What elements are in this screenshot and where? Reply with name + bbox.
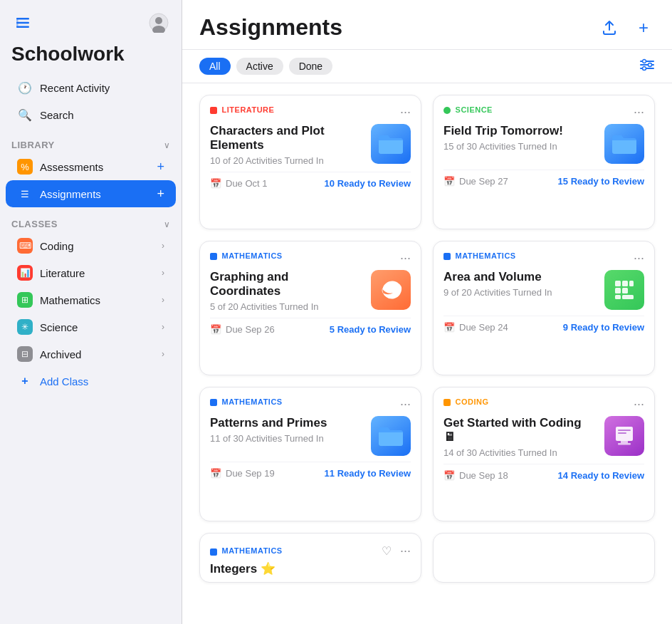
- svg-rect-28: [618, 443, 631, 445]
- assignment-card-graphing[interactable]: MATHEMATICS ··· Graphing and Coordinates…: [199, 241, 421, 375]
- sidebar-item-coding[interactable]: ⌨ Coding ›: [6, 232, 176, 259]
- card-class-label: MATHEMATICS: [210, 397, 283, 406]
- card-footer: 📅 Due Sep 18 14 Ready to Review: [443, 464, 644, 481]
- sidebar-item-assignments[interactable]: ☰ Assignments +: [6, 180, 176, 207]
- svg-rect-15: [210, 253, 217, 260]
- card-more-icon[interactable]: ···: [400, 397, 411, 410]
- sidebar-label-archived: Archived: [40, 348, 154, 360]
- recent-activity-icon: 🕐: [17, 80, 33, 95]
- assignments-add-icon[interactable]: +: [157, 187, 164, 202]
- svg-rect-19: [629, 281, 634, 286]
- assignment-card-field-trip[interactable]: SCIENCE ··· Field Trip Tomorrow! 15 of 3…: [433, 95, 655, 229]
- card-ready-count: 5 Ready to Review: [330, 324, 411, 335]
- sidebar-item-search[interactable]: 🔍 Search: [6, 101, 176, 128]
- calendar-icon: 📅: [210, 468, 221, 479]
- classes-section-header: Classes ∨: [0, 207, 182, 232]
- svg-point-5: [155, 17, 162, 24]
- sidebar-label-assignments: Assignments: [40, 188, 149, 200]
- sidebar-item-assessments[interactable]: % Assessments +: [6, 153, 176, 180]
- card-due-date: 📅 Due Sep 19: [210, 468, 275, 479]
- sidebar-item-literature[interactable]: 📊 Literature ›: [6, 259, 176, 286]
- svg-rect-13: [210, 107, 217, 114]
- card-app-icon: [604, 416, 644, 456]
- main-content: Assignments + All Active Done: [182, 0, 672, 624]
- card-due-date: 📅 Due Sep 26: [210, 324, 275, 335]
- calendar-icon: 📅: [443, 322, 455, 333]
- card-ready-count: 10 Ready to Review: [325, 178, 411, 189]
- assignment-card-area-volume[interactable]: MATHEMATICS ··· Area and Volume 9 of 20 …: [433, 241, 655, 375]
- card-more-icon[interactable]: ···: [400, 251, 411, 264]
- card-title: Characters and Plot Elements: [210, 124, 362, 152]
- sidebar-toggle-icon[interactable]: [11, 11, 34, 34]
- card-ready-count: 14 Ready to Review: [558, 470, 644, 481]
- svg-point-12: [643, 67, 646, 71]
- add-assignment-button[interactable]: +: [632, 16, 655, 39]
- calendar-icon: 📅: [443, 470, 455, 481]
- svg-point-14: [443, 107, 451, 114]
- svg-rect-22: [615, 295, 621, 299]
- sidebar-item-science[interactable]: ✳ Science ›: [6, 313, 176, 340]
- mathematics-class-icon: ⊞: [17, 292, 33, 308]
- assignment-card-patterns-primes[interactable]: MATHEMATICS ··· Patterns and Primes 11 o…: [199, 387, 421, 521]
- sidebar-label-recent-activity: Recent Activity: [40, 82, 164, 94]
- sidebar-label-literature: Literature: [40, 267, 154, 279]
- svg-rect-1: [16, 22, 29, 24]
- sidebar-item-archived[interactable]: ⊟ Archived ›: [6, 340, 176, 368]
- card-footer: 📅 Due Sep 27 15 Ready to Review: [443, 170, 644, 187]
- page-title: Assignments: [199, 14, 342, 49]
- card-app-icon: [604, 124, 644, 164]
- partial-card-header: MATHEMATICS ♡ ···: [210, 544, 411, 558]
- sidebar-item-recent-activity[interactable]: 🕐 Recent Activity: [6, 74, 176, 101]
- assignments-icon: ☰: [17, 186, 33, 202]
- assignment-card-characters-plot[interactable]: LITERATURE ··· Characters and Plot Eleme…: [199, 95, 421, 229]
- library-chevron-icon[interactable]: ∨: [164, 140, 170, 150]
- svg-rect-0: [16, 18, 29, 20]
- profile-icon[interactable]: [147, 11, 170, 34]
- filter-all[interactable]: All: [199, 58, 231, 75]
- card-more-icon[interactable]: ···: [634, 251, 644, 264]
- svg-rect-2: [16, 26, 29, 28]
- archived-chevron-icon: ›: [162, 349, 164, 359]
- card-class-label: MATHEMATICS: [210, 251, 283, 260]
- archived-class-icon: ⊟: [17, 346, 33, 362]
- filter-done[interactable]: Done: [289, 58, 332, 75]
- add-class-label: Add Class: [40, 375, 88, 388]
- card-more-icon[interactable]: ···: [400, 105, 411, 118]
- card-subtitle: 5 of 20 Activities Turned In: [210, 301, 362, 312]
- library-label: Library: [11, 140, 55, 150]
- card-more-icon[interactable]: ···: [634, 105, 644, 118]
- card-ready-count: 9 Ready to Review: [563, 322, 644, 333]
- assignment-card-coding[interactable]: CODING ··· Get Started with Coding 🖥 14 …: [433, 387, 655, 521]
- card-header: MATHEMATICS ···: [210, 397, 411, 410]
- literature-chevron-icon: ›: [162, 268, 164, 278]
- upload-button[interactable]: [598, 16, 621, 39]
- card-title: Get Started with Coding 🖥: [443, 416, 596, 444]
- svg-rect-17: [615, 281, 621, 286]
- assignment-card-partial-right[interactable]: [433, 533, 655, 583]
- card-due-date: 📅 Due Sep 24: [443, 322, 508, 333]
- card-body: Get Started with Coding 🖥 14 of 30 Activ…: [443, 416, 644, 458]
- sidebar-item-mathematics[interactable]: ⊞ Mathematics ›: [6, 286, 176, 313]
- filter-active[interactable]: Active: [236, 58, 283, 75]
- card-class-label: SCIENCE: [443, 105, 493, 114]
- partial-more-icon[interactable]: ···: [400, 544, 411, 558]
- literature-class-icon: 📊: [17, 265, 33, 281]
- card-footer: 📅 Due Sep 19 11 Ready to Review: [210, 462, 411, 479]
- sidebar: Schoolwork 🕐 Recent Activity 🔍 Search Li…: [0, 0, 182, 624]
- card-more-icon[interactable]: ···: [634, 397, 644, 410]
- assignment-card-integers[interactable]: MATHEMATICS ♡ ··· Integers ⭐: [199, 533, 421, 583]
- card-footer: 📅 Due Sep 24 9 Ready to Review: [443, 316, 644, 333]
- card-ready-count: 11 Ready to Review: [325, 468, 411, 479]
- card-footer: 📅 Due Sep 26 5 Ready to Review: [210, 318, 411, 335]
- classes-chevron-icon[interactable]: ∨: [164, 219, 170, 229]
- card-header: SCIENCE ···: [443, 105, 644, 118]
- filter-options-icon[interactable]: [639, 57, 655, 76]
- assessments-add-icon[interactable]: +: [157, 160, 164, 175]
- card-app-icon: [371, 270, 411, 310]
- card-subtitle: 9 of 20 Activities Turned In: [443, 287, 596, 298]
- heart-icon[interactable]: ♡: [382, 544, 392, 558]
- card-header: CODING ···: [443, 397, 644, 410]
- add-class-icon: +: [17, 373, 33, 389]
- coding-chevron-icon: ›: [162, 241, 164, 251]
- add-class-button[interactable]: + Add Class: [6, 368, 176, 395]
